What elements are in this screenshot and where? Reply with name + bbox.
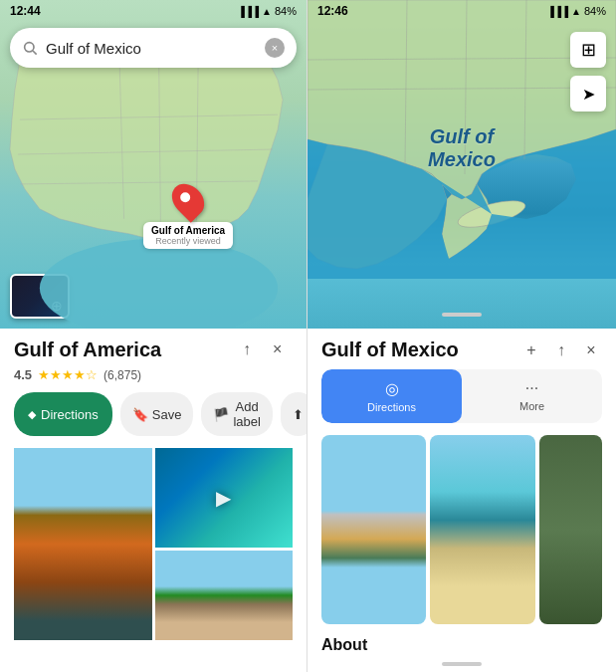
- more-icon: ⬆: [293, 407, 304, 422]
- photo-row-right: [321, 435, 602, 624]
- time-left: 12:44: [10, 4, 41, 18]
- place-title-right: Gulf of Mexico: [321, 338, 520, 361]
- add-label-icon: 🏴: [213, 407, 229, 422]
- status-icons-right: ▐▐▐ ▲ 84%: [547, 5, 606, 17]
- info-panel-left: Gulf of America ↑ × 4.5 ★★★★☆ (6,875) ◆ …: [0, 329, 307, 672]
- add-label-text: Add label: [233, 399, 260, 429]
- status-bar-left: 12:44 ▐▐▐ ▲ 84%: [0, 0, 307, 22]
- signal-icon-right: ▐▐▐: [547, 6, 568, 17]
- right-map: Gulf of Mexico 12:46 ▐▐▐ ▲ 84% ⊞ ➤: [308, 0, 616, 329]
- search-clear-button[interactable]: ×: [265, 38, 285, 58]
- action-buttons-right: ◎ Directions ··· More: [321, 369, 602, 423]
- photo-extra[interactable]: [539, 435, 602, 624]
- wifi-icon-left: ▲: [262, 6, 272, 17]
- directions-tab-label: Directions: [367, 401, 416, 413]
- photo-city[interactable]: [321, 435, 426, 624]
- pin-sublabel: Recently viewed: [151, 236, 225, 246]
- place-header-left: Gulf of America ↑ ×: [14, 329, 293, 367]
- location-icon: ➤: [582, 85, 595, 104]
- layers-button[interactable]: ⊞: [570, 32, 606, 68]
- photo-oil-rig[interactable]: [14, 448, 152, 640]
- directions-label: Directions: [41, 407, 99, 422]
- save-button[interactable]: 🔖 Save: [120, 392, 194, 436]
- pin-label: Gulf of America Recently viewed: [143, 222, 233, 249]
- battery-right: 84%: [584, 5, 606, 17]
- search-value: Gulf of Mexico: [46, 40, 265, 57]
- photo-grid-left: [14, 448, 293, 672]
- search-bar[interactable]: Gulf of Mexico ×: [10, 28, 297, 68]
- rating-number: 4.5: [14, 367, 32, 382]
- more-tab-icon: ···: [525, 379, 538, 397]
- wifi-icon-right: ▲: [571, 6, 581, 17]
- scroll-indicator-bottom: [442, 662, 482, 666]
- share-button-left[interactable]: ↑: [243, 340, 263, 360]
- place-title-left: Gulf of America: [14, 338, 243, 361]
- add-button-right[interactable]: +: [520, 339, 542, 361]
- time-right: 12:46: [317, 4, 348, 18]
- search-icon: [22, 40, 38, 56]
- gulf-label: Gulf of Mexico: [428, 125, 496, 171]
- close-button-right[interactable]: ×: [580, 339, 602, 361]
- stars: ★★★★☆: [38, 367, 98, 382]
- left-panel: 12:44 ▐▐▐ ▲ 84% Gulf of Mexico × Gulf of…: [0, 0, 308, 672]
- pin-icon: [165, 177, 210, 222]
- header-actions-right: + ↑ ×: [520, 339, 602, 361]
- info-panel-right: Gulf of Mexico + ↑ × ◎ Directions ··· Mo…: [308, 329, 616, 672]
- more-tab[interactable]: ··· More: [462, 369, 602, 423]
- share-button-right[interactable]: ↑: [550, 339, 572, 361]
- map-pin: Gulf of America Recently viewed: [143, 182, 233, 249]
- action-buttons-left: ◆ Directions 🔖 Save 🏴 Add label ⬆: [14, 392, 293, 436]
- battery-left: 84%: [275, 5, 297, 17]
- directions-tab-icon: ◎: [385, 379, 399, 398]
- save-icon: 🔖: [132, 407, 148, 422]
- save-label: Save: [152, 407, 182, 422]
- status-icons-left: ▐▐▐ ▲ 84%: [238, 5, 297, 17]
- review-count: (6,875): [103, 368, 141, 382]
- photo-beach[interactable]: [430, 435, 534, 624]
- directions-tab[interactable]: ◎ Directions: [321, 369, 462, 423]
- more-tab-label: More: [519, 400, 544, 412]
- signal-icon-left: ▐▐▐: [238, 6, 259, 17]
- left-map: 12:44 ▐▐▐ ▲ 84% Gulf of Mexico × Gulf of…: [0, 0, 307, 329]
- more-options-button[interactable]: ⬆: [281, 392, 307, 436]
- status-bar-right: 12:46 ▐▐▐ ▲ 84%: [308, 0, 616, 22]
- svg-point-0: [40, 239, 278, 329]
- close-button-left[interactable]: ×: [273, 340, 293, 360]
- add-label-button[interactable]: 🏴 Add label: [201, 392, 272, 436]
- header-actions-left: ↑ ×: [243, 340, 293, 360]
- svg-line-8: [33, 51, 37, 55]
- rating-row: 4.5 ★★★★☆ (6,875): [14, 367, 293, 382]
- directions-button[interactable]: ◆ Directions: [14, 392, 112, 436]
- place-header-right: Gulf of Mexico + ↑ ×: [321, 329, 602, 369]
- about-label: About: [321, 632, 602, 662]
- location-button[interactable]: ➤: [570, 76, 606, 112]
- svg-point-7: [25, 43, 34, 52]
- layers-icon: ⊞: [581, 39, 596, 61]
- photo-ocean-video[interactable]: [155, 448, 294, 548]
- right-panel: Gulf of Mexico 12:46 ▐▐▐ ▲ 84% ⊞ ➤ Gulf …: [308, 0, 616, 672]
- directions-icon: ◆: [28, 408, 36, 421]
- photo-coast[interactable]: [155, 551, 294, 640]
